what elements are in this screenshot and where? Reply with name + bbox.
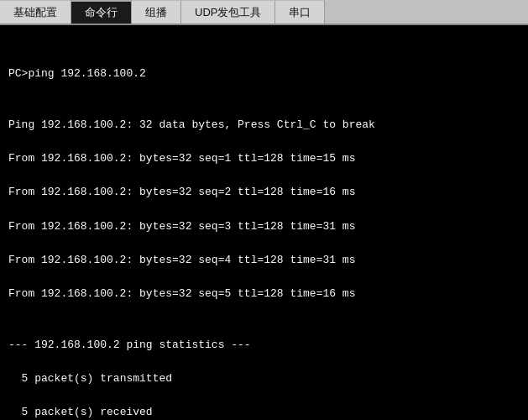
terminal-line: 5 packet(s) transmitted <box>8 370 520 387</box>
tab-bar: 基础配置 命令行 组播 UDP发包工具 串口 <box>0 0 528 25</box>
tab-serial[interactable]: 串口 <box>275 0 325 24</box>
terminal-line: From 192.168.100.2: bytes=32 seq=1 ttl=1… <box>8 150 520 167</box>
tab-basic-config[interactable]: 基础配置 <box>0 0 71 24</box>
terminal-line: Ping 192.168.100.2: 32 data bytes, Press… <box>8 117 520 134</box>
terminal-line: From 192.168.100.2: bytes=32 seq=5 ttl=1… <box>8 286 520 302</box>
terminal-line: --- 192.168.100.2 ping statistics --- <box>8 337 520 354</box>
terminal-line: PC>ping 192.168.100.2 <box>8 66 520 82</box>
terminal-line: From 192.168.100.2: bytes=32 seq=3 ttl=1… <box>8 218 520 235</box>
tab-group-broadcast[interactable]: 组播 <box>132 0 181 24</box>
terminal-line: 5 packet(s) received <box>8 404 520 420</box>
app-container: 基础配置 命令行 组播 UDP发包工具 串口 PC>ping 192.168.1… <box>0 0 528 420</box>
terminal-output[interactable]: PC>ping 192.168.100.2 Ping 192.168.100.2… <box>0 25 528 420</box>
tab-udp-tool[interactable]: UDP发包工具 <box>181 0 275 24</box>
terminal-line: From 192.168.100.2: bytes=32 seq=2 ttl=1… <box>8 184 520 201</box>
tab-command-line[interactable]: 命令行 <box>71 0 132 24</box>
terminal-line: From 192.168.100.2: bytes=32 seq=4 ttl=1… <box>8 252 520 269</box>
